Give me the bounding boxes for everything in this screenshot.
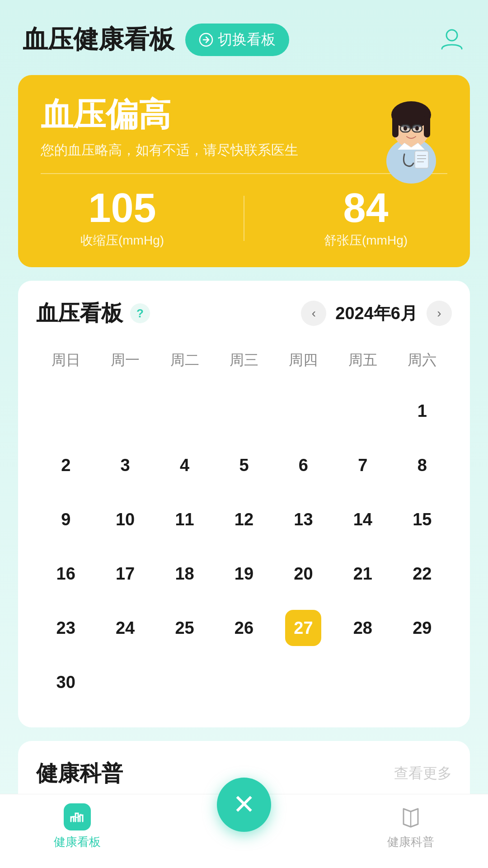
- calendar-day[interactable]: 11: [155, 492, 214, 547]
- calendar-day[interactable]: 4: [155, 438, 214, 492]
- header: 血压健康看板 切换看板: [0, 0, 488, 71]
- calendar-day[interactable]: 20: [274, 547, 333, 601]
- calendar-day[interactable]: 9: [36, 492, 95, 547]
- calendar-day: [95, 384, 155, 438]
- calendar-card: 血压看板 ? ‹ 2024年6月 › 周日周一周二周三周四周五周六1234567…: [18, 281, 470, 727]
- svg-rect-12: [415, 151, 428, 168]
- calendar-day[interactable]: 5: [214, 438, 273, 492]
- switch-button[interactable]: 切换看板: [185, 24, 289, 56]
- calendar-weekday-header: 周二: [155, 346, 214, 384]
- calendar-grid: 周日周一周二周三周四周五周六12345678910111213141516171…: [36, 346, 452, 709]
- calendar-day[interactable]: 3: [95, 438, 155, 492]
- calendar-day: [333, 384, 392, 438]
- bp-values: 105 收缩压(mmHg) 84 舒张压(mmHg): [41, 188, 447, 249]
- nav-label-health-board: 健康看板: [54, 834, 101, 850]
- calendar-day[interactable]: 26: [214, 601, 273, 655]
- fab-icon: ✕: [233, 791, 255, 818]
- health-science-icon-container: [397, 803, 424, 830]
- calendar-day[interactable]: 16: [36, 547, 95, 601]
- systolic-label: 收缩压(mmHg): [80, 232, 164, 249]
- doctor-illustration: [366, 84, 456, 175]
- calendar-day: [214, 655, 273, 709]
- header-left: 血压健康看板 切换看板: [23, 23, 289, 57]
- next-month-button[interactable]: ›: [427, 301, 452, 326]
- calendar-weekday-header: 周一: [95, 346, 155, 384]
- calendar-day[interactable]: 23: [36, 601, 95, 655]
- svg-point-1: [446, 30, 457, 41]
- chart-icon-bg: [64, 803, 91, 830]
- calendar-month: 2024年6月: [335, 302, 418, 325]
- calendar-weekday-header: 周三: [214, 346, 273, 384]
- calendar-weekday-header: 周日: [36, 346, 95, 384]
- book-icon: [397, 803, 424, 830]
- calendar-day[interactable]: 25: [155, 601, 214, 655]
- diastolic-label: 舒张压(mmHg): [324, 232, 408, 249]
- calendar-day[interactable]: 28: [333, 601, 392, 655]
- nav-item-health-science[interactable]: 健康科普: [387, 803, 434, 850]
- calendar-day[interactable]: 15: [393, 492, 452, 547]
- calendar-day[interactable]: 19: [214, 547, 273, 601]
- switch-label: 切换看板: [218, 30, 276, 50]
- calendar-day: [393, 655, 452, 709]
- svg-rect-5: [392, 115, 399, 137]
- calendar-day[interactable]: 30: [36, 655, 95, 709]
- calendar-day[interactable]: 10: [95, 492, 155, 547]
- calendar-day: [36, 384, 95, 438]
- bp-card: 血压偏高 您的血压略高，如有不适，请尽快联系医生 105 收缩压(mmHg) 8…: [18, 75, 470, 267]
- calendar-nav: ‹ 2024年6月 ›: [301, 301, 452, 326]
- calendar-day: [274, 655, 333, 709]
- nav-item-health-board[interactable]: 健康看板: [54, 803, 101, 850]
- diastolic-value-item: 84 舒张压(mmHg): [324, 188, 408, 249]
- calendar-day[interactable]: 1: [393, 384, 452, 438]
- nav-label-health-science: 健康科普: [387, 834, 434, 850]
- svg-point-10: [404, 126, 407, 131]
- calendar-day[interactable]: 6: [274, 438, 333, 492]
- calendar-weekday-header: 周六: [393, 346, 452, 384]
- fab-button[interactable]: ✕: [217, 778, 271, 832]
- calendar-day-selected[interactable]: 27: [274, 601, 333, 655]
- calendar-day: [95, 655, 155, 709]
- calendar-header: 血压看板 ? ‹ 2024年6月 ›: [36, 299, 452, 328]
- calendar-day[interactable]: 24: [95, 601, 155, 655]
- see-more-button[interactable]: 查看更多: [394, 764, 452, 783]
- calendar-weekday-header: 周五: [333, 346, 392, 384]
- calendar-day[interactable]: 22: [393, 547, 452, 601]
- calendar-day[interactable]: 29: [393, 601, 452, 655]
- health-board-icon-container: [64, 803, 91, 830]
- calendar-weekday-header: 周四: [274, 346, 333, 384]
- calendar-day[interactable]: 7: [333, 438, 392, 492]
- calendar-day[interactable]: 2: [36, 438, 95, 492]
- bp-vertical-divider: [244, 196, 244, 241]
- health-title: 健康科普: [36, 759, 123, 788]
- calendar-day[interactable]: 18: [155, 547, 214, 601]
- calendar-day: [333, 655, 392, 709]
- diastolic-number: 84: [324, 188, 408, 228]
- calendar-day: [155, 384, 214, 438]
- systolic-value-item: 105 收缩压(mmHg): [80, 188, 164, 249]
- calendar-day[interactable]: 14: [333, 492, 392, 547]
- calendar-day: [155, 655, 214, 709]
- calendar-day[interactable]: 17: [95, 547, 155, 601]
- chart-icon: [69, 809, 85, 825]
- calendar-title: 血压看板: [36, 299, 123, 328]
- svg-rect-6: [424, 115, 430, 137]
- calendar-day[interactable]: 8: [393, 438, 452, 492]
- user-icon: [438, 25, 465, 52]
- calendar-day[interactable]: 13: [274, 492, 333, 547]
- calendar-header-left: 血压看板 ?: [36, 299, 150, 328]
- switch-icon: [199, 33, 213, 47]
- calendar-day: [274, 384, 333, 438]
- calendar-day: [214, 384, 273, 438]
- svg-point-11: [415, 126, 419, 131]
- calendar-day[interactable]: 21: [333, 547, 392, 601]
- help-icon[interactable]: ?: [130, 303, 150, 323]
- systolic-number: 105: [80, 188, 164, 228]
- calendar-day[interactable]: 12: [214, 492, 273, 547]
- page-title: 血压健康看板: [23, 23, 174, 57]
- user-avatar[interactable]: [438, 25, 465, 54]
- prev-month-button[interactable]: ‹: [301, 301, 326, 326]
